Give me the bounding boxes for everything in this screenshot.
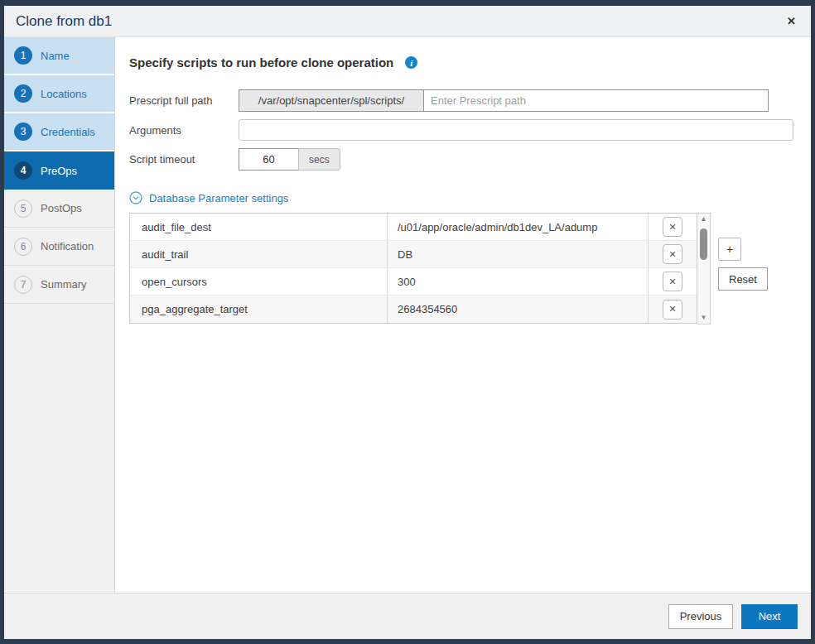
clone-wizard-dialog: Clone from db1 ✕ 1Name2Locations3Credent… [4,6,811,639]
step-label: PostOps [41,202,82,214]
delete-param-button[interactable]: ✕ [663,272,682,291]
param-row: pga_aggregate_target2684354560✕ [130,296,697,323]
sidebar-step-preops[interactable]: 4PreOps [4,151,114,190]
param-row: audit_trailDB✕ [130,241,697,268]
prescript-row: Prescript full path /var/opt/snapcenter/… [129,89,811,112]
database-parameter-settings-toggle[interactable]: Database Parameter settings [129,191,288,204]
step-number-badge: 5 [14,199,32,218]
step-number-badge: 3 [14,123,32,141]
prescript-path-prefix: /var/opt/snapcenter/spl/scripts/ [239,89,424,112]
table-scrollbar[interactable]: ▲ ▼ [697,213,711,324]
db-params-area: audit_file_dest/u01/app/oracle/admin/db1… [129,213,811,324]
delete-param-button[interactable]: ✕ [663,300,682,320]
dialog-title: Clone from db1 [16,13,112,30]
step-number-badge: 2 [14,84,32,103]
delete-param-button[interactable]: ✕ [663,244,682,264]
step-label: Notification [41,240,94,252]
step-number-badge: 1 [14,46,32,65]
prescript-path-input[interactable] [424,89,769,112]
scroll-down-icon[interactable]: ▼ [701,315,707,321]
sidebar-step-name[interactable]: 1Name [4,37,114,75]
step-number-badge: 4 [14,161,32,180]
timeout-unit-addon: secs [298,148,340,171]
sidebar-step-credentials[interactable]: 3Credentials [4,113,114,151]
reset-params-button[interactable]: Reset [718,267,768,291]
dialog-body: 1Name2Locations3Credentials4PreOps5PostO… [4,37,811,593]
param-value: /u01/app/oracle/admin/db1dev_LA/adump [387,214,648,240]
database-parameter-settings-label: Database Parameter settings [149,192,288,204]
db-params-table-body: audit_file_dest/u01/app/oracle/admin/db1… [130,214,697,323]
param-name: pga_aggregate_target [130,296,387,323]
step-label: Locations [41,88,87,100]
step-label: Name [41,50,70,62]
wizard-footer: Previous Next [4,593,811,639]
param-action-cell: ✕ [648,296,697,323]
step-label: Summary [41,278,87,291]
sidebar-step-notification[interactable]: 6Notification [4,228,114,266]
sidebar-step-postops[interactable]: 5PostOps [4,190,114,228]
arguments-label: Arguments [129,124,239,137]
panel-heading: Specify scripts to run before clone oper… [129,55,393,70]
param-name: open_cursors [130,268,387,295]
param-value: 2684354560 [387,296,648,323]
step-number-badge: 7 [14,276,32,294]
arguments-row: Arguments [129,119,811,141]
previous-button[interactable]: Previous [668,604,733,629]
panel-heading-row: Specify scripts to run before clone oper… [129,55,811,70]
step-label: Credentials [41,126,95,138]
script-timeout-row: Script timeout secs [129,148,811,171]
wizard-steps-list: 1Name2Locations3Credentials4PreOps5PostO… [4,37,114,304]
wizard-steps-sidebar: 1Name2Locations3Credentials4PreOps5PostO… [4,37,115,593]
param-value: 300 [387,268,648,295]
param-row: audit_file_dest/u01/app/oracle/admin/db1… [130,214,697,241]
param-action-cell: ✕ [648,268,697,295]
add-param-button[interactable]: + [718,238,741,261]
param-actions: + Reset [718,238,768,291]
scrollbar-thumb[interactable] [700,228,707,260]
close-icon[interactable]: ✕ [784,13,799,29]
title-bar: Clone from db1 ✕ [4,6,811,37]
chevron-down-circle-icon [129,191,142,204]
preops-panel: Specify scripts to run before clone oper… [115,37,811,593]
param-value: DB [387,241,648,267]
arguments-input[interactable] [239,119,793,141]
param-action-cell: ✕ [648,214,697,240]
script-timeout-label: Script timeout [129,153,239,166]
window-frame: Clone from db1 ✕ 1Name2Locations3Credent… [0,0,815,644]
param-action-cell: ✕ [648,241,697,267]
sidebar-step-locations[interactable]: 2Locations [4,75,114,113]
param-name: audit_file_dest [130,214,387,240]
param-name: audit_trail [130,241,387,267]
next-button[interactable]: Next [741,604,798,629]
prescript-input-group: /var/opt/snapcenter/spl/scripts/ [239,89,769,112]
param-row: open_cursors300✕ [130,268,697,296]
delete-param-button[interactable]: ✕ [663,217,682,237]
db-params-table: audit_file_dest/u01/app/oracle/admin/db1… [129,213,697,324]
scroll-up-icon[interactable]: ▲ [701,216,707,223]
prescript-label: Prescript full path [129,94,239,107]
info-icon[interactable]: i [405,56,417,69]
sidebar-step-summary[interactable]: 7Summary [4,266,114,304]
script-timeout-input[interactable] [239,148,299,171]
step-label: PreOps [41,165,77,177]
step-number-badge: 6 [14,238,32,256]
